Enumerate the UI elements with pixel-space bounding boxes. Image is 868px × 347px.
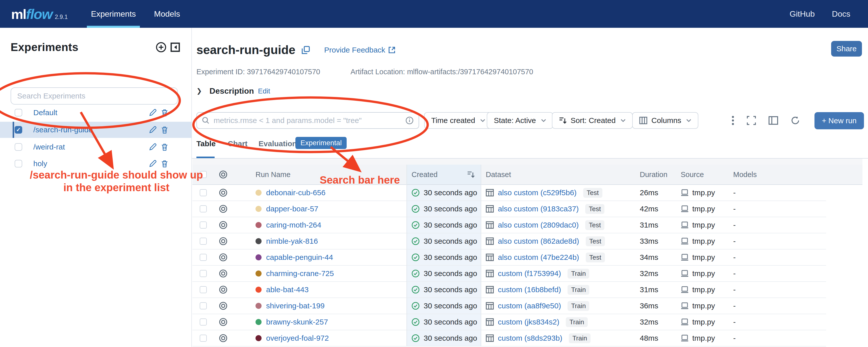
source-link[interactable]: tmp.py	[692, 253, 715, 262]
source-link[interactable]: tmp.py	[692, 237, 715, 246]
nav-link-docs[interactable]: Docs	[823, 9, 859, 19]
edit-experiment-icon[interactable]	[149, 126, 157, 134]
experimental-badge[interactable]: Experimental	[296, 137, 347, 149]
row-checkbox[interactable]	[200, 270, 207, 277]
run-table-row[interactable]: debonair-cub-656 30 seconds ago also cus…	[192, 185, 826, 201]
row-checkbox[interactable]	[200, 302, 207, 309]
new-run-button[interactable]: + New run	[814, 112, 864, 129]
delete-experiment-icon[interactable]	[161, 143, 168, 151]
edit-experiment-icon[interactable]	[149, 143, 157, 151]
run-name-link[interactable]: caring-moth-264	[266, 221, 321, 229]
collapse-sidebar-icon[interactable]	[170, 42, 181, 53]
row-checkbox[interactable]	[200, 205, 207, 212]
run-table-row[interactable]: brawny-skunk-257 30 seconds ago custom (…	[192, 314, 826, 330]
run-name-link[interactable]: dapper-boar-57	[266, 204, 318, 213]
delete-experiment-icon[interactable]	[161, 126, 168, 134]
run-search-bar[interactable]	[196, 112, 419, 129]
source-link[interactable]: tmp.py	[692, 302, 715, 310]
visibility-icon[interactable]	[219, 334, 227, 343]
visibility-icon[interactable]	[219, 221, 227, 229]
run-name-link[interactable]: able-bat-443	[266, 285, 309, 294]
column-header-source[interactable]: Source	[676, 165, 728, 184]
column-header-models[interactable]: Models	[728, 165, 826, 184]
time-created-filter[interactable]: Time created	[424, 112, 492, 129]
run-table-row[interactable]: overjoyed-foal-972 30 seconds ago custom…	[192, 330, 826, 347]
dataset-link[interactable]: also custom (c529f5b6)	[498, 188, 577, 197]
nav-tab-experiments[interactable]: Experiments	[82, 0, 145, 28]
create-experiment-icon[interactable]	[156, 42, 167, 53]
sort-descending-icon[interactable]	[467, 171, 475, 178]
search-experiments-input[interactable]	[10, 87, 178, 104]
dataset-link[interactable]: custom (aa8f9e50)	[498, 302, 561, 310]
run-name-link[interactable]: nimble-yak-816	[266, 237, 318, 246]
edit-experiment-icon[interactable]	[149, 160, 157, 167]
edit-experiment-icon[interactable]	[149, 109, 157, 117]
delete-experiment-icon[interactable]	[161, 109, 168, 117]
dataset-link[interactable]: custom (16b8befd)	[498, 285, 561, 294]
source-link[interactable]: tmp.py	[692, 204, 715, 213]
experiment-list-item[interactable]: holy	[0, 156, 192, 171]
dataset-link[interactable]: also custom (2809dac0)	[498, 221, 579, 229]
run-table-row[interactable]: shivering-bat-199 30 seconds ago custom …	[192, 298, 826, 314]
experiment-list-item[interactable]: ✓ /search-run-guide	[0, 122, 192, 138]
experiment-name-link[interactable]: /weird-rat	[33, 143, 65, 151]
visibility-icon[interactable]	[219, 302, 227, 310]
row-checkbox[interactable]	[200, 238, 207, 245]
run-search-input[interactable]	[214, 116, 405, 125]
visibility-icon[interactable]	[219, 204, 227, 213]
source-link[interactable]: tmp.py	[692, 269, 715, 278]
experiment-name-link[interactable]: Default	[33, 108, 57, 117]
run-table-row[interactable]: capable-penguin-44 30 seconds ago also c…	[192, 250, 826, 266]
experiment-name-link[interactable]: holy	[33, 159, 47, 168]
source-link[interactable]: tmp.py	[692, 318, 715, 326]
description-section[interactable]: ❯ Description Edit	[196, 86, 270, 96]
dataset-link[interactable]: custom (jks834s2)	[498, 318, 559, 326]
provide-feedback-link[interactable]: Provide Feedback	[324, 46, 395, 54]
row-checkbox[interactable]	[200, 286, 207, 293]
run-table-row[interactable]: caring-moth-264 30 seconds ago also cust…	[192, 217, 826, 233]
description-edit-link[interactable]: Edit	[258, 87, 270, 95]
experiment-checkbox[interactable]	[14, 143, 22, 151]
run-table-row[interactable]: dapper-boar-57 30 seconds ago also custo…	[192, 201, 826, 217]
experiment-checkbox[interactable]	[14, 160, 22, 167]
row-checkbox[interactable]	[200, 254, 207, 261]
visibility-icon[interactable]	[219, 237, 227, 246]
visibility-icon[interactable]	[219, 253, 227, 262]
run-table-row[interactable]: charming-crane-725 30 seconds ago custom…	[192, 266, 826, 282]
experiment-checkbox[interactable]: ✓	[14, 126, 22, 134]
mlflow-logo[interactable]: mlflow 2.9.1	[11, 6, 68, 22]
dataset-link[interactable]: also custom (47be224b)	[498, 253, 579, 262]
source-link[interactable]: tmp.py	[692, 334, 715, 343]
run-name-link[interactable]: capable-penguin-44	[266, 253, 333, 262]
nav-tab-models[interactable]: Models	[145, 0, 189, 28]
dataset-link[interactable]: also custom (9183ca37)	[498, 204, 579, 213]
copy-title-icon[interactable]	[302, 46, 310, 54]
experiment-checkbox[interactable]	[14, 109, 22, 117]
refresh-icon[interactable]	[791, 116, 800, 125]
sort-selector[interactable]: Sort: Created	[552, 112, 633, 129]
tab-table[interactable]: Table	[196, 139, 216, 148]
fullscreen-icon[interactable]	[747, 116, 756, 125]
info-icon[interactable]	[405, 117, 413, 125]
tab-evaluation[interactable]: Evaluation	[258, 139, 297, 148]
source-link[interactable]: tmp.py	[692, 285, 715, 294]
column-header-run-name[interactable]: Run Name	[232, 165, 406, 184]
dataset-link[interactable]: custom (f1753994)	[498, 269, 561, 278]
column-header-created[interactable]: Created	[406, 165, 481, 184]
experiment-list-item[interactable]: /weird-rat	[0, 139, 192, 155]
delete-experiment-icon[interactable]	[161, 160, 168, 167]
run-table-row[interactable]: able-bat-443 30 seconds ago custom (16b8…	[192, 282, 826, 298]
nav-link-github[interactable]: GitHub	[781, 9, 824, 19]
select-all-checkbox[interactable]	[200, 171, 207, 178]
dataset-link[interactable]: also custom (862ade8d)	[498, 237, 579, 246]
run-table-row[interactable]: nimble-yak-816 30 seconds ago also custo…	[192, 233, 826, 250]
source-link[interactable]: tmp.py	[692, 221, 715, 229]
visibility-icon[interactable]	[219, 318, 227, 326]
experiment-name-link[interactable]: /search-run-guide	[33, 126, 93, 134]
run-name-link[interactable]: brawny-skunk-257	[266, 318, 328, 326]
run-name-link[interactable]: charming-crane-725	[266, 269, 334, 278]
row-checkbox[interactable]	[200, 221, 207, 228]
row-checkbox[interactable]	[200, 335, 207, 342]
experiment-list-item[interactable]: Default	[0, 105, 192, 120]
column-header-dataset[interactable]: Dataset	[481, 165, 635, 184]
